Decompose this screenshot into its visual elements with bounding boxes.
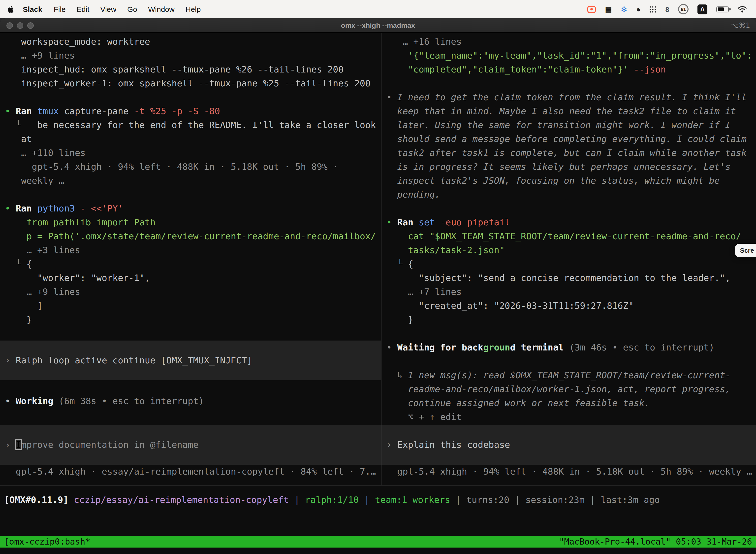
- battery-tip: [729, 8, 731, 10]
- app-menu-slack[interactable]: Slack: [23, 5, 42, 13]
- omx-status-pane: [OMX#0.11.9] cczip/essay/ai-reimplementa…: [0, 486, 756, 536]
- battery-ring-icon[interactable]: 61: [678, 4, 689, 14]
- grid-icon[interactable]: ▦: [605, 5, 612, 14]
- model-status-right: gpt-5.4 xhigh · 94% left · 488K in · 5.1…: [386, 465, 756, 479]
- terminal-line: ]: [5, 299, 376, 313]
- terminal-output-left: workspace_mode: worktree … +9 lines insp…: [0, 33, 381, 340]
- menu-item-view[interactable]: View: [100, 5, 116, 13]
- terminal-line: continue assigned work or next feasible …: [386, 396, 751, 410]
- terminal-line: • Ran python3 - <<'PY': [5, 202, 376, 215]
- terminal-line: • I need to get the claim token from the…: [386, 90, 751, 104]
- terminal-line: ⌥ + ↑ edit: [386, 410, 751, 424]
- battery-ring-percent: 61: [681, 7, 686, 12]
- ghost-icon[interactable]: 8: [665, 5, 669, 13]
- minimize-button[interactable]: [17, 22, 23, 29]
- terminal-line: pending.: [386, 188, 751, 202]
- terminal-line: [386, 354, 751, 368]
- apple-menu-icon[interactable]: [7, 5, 15, 13]
- close-button[interactable]: [6, 22, 13, 29]
- terminal-output-right: … +16 lines '{"team_name":"my-team","tas…: [381, 33, 756, 424]
- input-source-icon[interactable]: A: [697, 4, 707, 14]
- sparkle-icon[interactable]: ✻: [621, 5, 627, 14]
- battery-fill: [717, 7, 723, 11]
- menu-item-help[interactable]: Help: [186, 5, 201, 13]
- tmux-pane-right[interactable]: … +16 lines '{"team_name":"my-team","tas…: [381, 33, 756, 485]
- record-dot-icon: [590, 8, 593, 10]
- terminal-line: [386, 76, 751, 90]
- terminal-line: inspect task2's JSON, focusing on the st…: [386, 174, 751, 188]
- menubar-status-icons: ▦ ✻ ● 8 61 A: [587, 4, 749, 14]
- tmux-pane-left[interactable]: workspace_mode: worktree … +9 lines insp…: [0, 33, 381, 485]
- terminal-line: └ {: [5, 257, 376, 271]
- menu-item-edit[interactable]: Edit: [77, 5, 89, 13]
- terminal-line: [OMX#0.11.9] cczip/essay/ai-reimplementa…: [4, 493, 752, 507]
- traffic-lights: [6, 22, 34, 29]
- terminal-line: "created_at": "2026-03-31T11:59:27.816Z": [386, 299, 751, 313]
- terminal-line: '{"team_name":"my-team","task_id":"1","f…: [386, 49, 751, 63]
- terminal-line: should send a message before completing …: [386, 132, 751, 146]
- terminal-line: inspect_worker-1: omx sparkshell --tmux-…: [5, 76, 376, 90]
- terminal-line: gpt-5.4 xhigh · essay/ai-reimplementatio…: [5, 465, 381, 479]
- window-title: omx --xhigh --madmax: [341, 21, 415, 29]
- terminal-line: "subject": "send a concise recommendatio…: [386, 271, 751, 285]
- model-status-left: gpt-5.4 xhigh · essay/ai-reimplementatio…: [5, 465, 381, 479]
- terminal-line: › Improve documentation in @filename: [5, 438, 376, 452]
- screen: Slack FileEditViewGoWindowHelp ▦ ✻ ● 8 6…: [0, 0, 756, 554]
- screen-popover[interactable]: Scre: [735, 244, 756, 257]
- terminal-line: gpt-5.4 xhigh · 94% left · 488K in · 5.1…: [5, 160, 376, 174]
- terminal-line: … +16 lines: [386, 35, 751, 49]
- terminal-line: "completed","claim_token":"claim-token"}…: [386, 63, 751, 76]
- terminal-line: tasks/task-2.json": [386, 243, 751, 257]
- terminal-line: • Ran tmux capture-pane -t %25 -p -S -80: [5, 104, 376, 118]
- terminal-line: is in progress? It seems likely but perh…: [386, 160, 751, 174]
- terminal-line: › Explain this codebase: [386, 438, 751, 452]
- terminal-line: task2 after task1 is complete, but can I…: [386, 146, 751, 160]
- terminal-line: p = Path('.omx/state/team/review-current…: [5, 229, 376, 243]
- omx-status-line: [OMX#0.11.9] cczip/essay/ai-reimplementa…: [0, 486, 756, 507]
- terminal-line: workspace_mode: worktree: [5, 35, 376, 49]
- terminal-line: [5, 188, 376, 202]
- menu-item-go[interactable]: Go: [127, 5, 137, 13]
- tmux-status-bar: [omx-cczip0:bash* "MacBook-Pro-44.local"…: [0, 536, 756, 548]
- terminal-line: [5, 380, 376, 394]
- terminal-output-left-bottom: • Working (6m 38s • esc to interrupt): [0, 380, 381, 408]
- screen-record-icon[interactable]: [587, 6, 596, 13]
- terminal-line: … +7 lines: [386, 285, 751, 299]
- inject-banner: › Ralph loop active continue [OMX_TMUX_I…: [0, 340, 381, 380]
- terminal-window: omx --xhigh --madmax ⌥⌘1 workspace_mode:…: [0, 18, 756, 554]
- circle-icon[interactable]: ●: [636, 5, 640, 13]
- terminal-line: }: [5, 313, 376, 327]
- tmux-host-clock: "MacBook-Pro-44.local" 05:03 31-Mar-26: [559, 536, 752, 548]
- menu-item-file[interactable]: File: [54, 5, 65, 13]
- terminal-line: readme-and-reco/mailbox/worker-1.json, a…: [386, 382, 751, 396]
- terminal-line: [5, 327, 376, 340]
- terminal-line: • Working (6m 38s • esc to interrupt): [5, 394, 376, 408]
- prompt-input-right[interactable]: › Explain this codebase: [381, 425, 756, 465]
- terminal-line: [386, 327, 751, 340]
- menu-item-window[interactable]: Window: [148, 5, 175, 13]
- terminal-line: [5, 90, 376, 104]
- dots-grid-icon[interactable]: [649, 6, 656, 13]
- terminal-line: }: [386, 313, 751, 327]
- tab-shortcut-badge: ⌥⌘1: [731, 21, 750, 29]
- terminal-line: … +110 lines: [5, 146, 376, 160]
- terminal-line: at: [5, 132, 376, 146]
- terminal-line: "worker": "worker-1",: [5, 271, 376, 285]
- tmux-session-label: [omx-cczip0:bash*: [4, 536, 90, 548]
- terminal-line: … +3 lines: [5, 243, 376, 257]
- terminal-line: › Ralph loop active continue [OMX_TMUX_I…: [5, 353, 376, 367]
- terminal-line: inspect_hud: omx sparkshell --tmux-pane …: [5, 63, 376, 76]
- window-titlebar[interactable]: omx --xhigh --madmax ⌥⌘1: [0, 18, 756, 33]
- macos-menu-bar: Slack FileEditViewGoWindowHelp ▦ ✻ ● 8 6…: [0, 0, 756, 18]
- menu-items: FileEditViewGoWindowHelp: [48, 5, 206, 13]
- terminal-line: later. Using the same for transition mig…: [386, 118, 751, 132]
- terminal-line: cat "$OMX_TEAM_STATE_ROOT/team/review-cu…: [386, 229, 751, 243]
- zoom-button[interactable]: [27, 22, 34, 29]
- battery-icon[interactable]: [716, 6, 729, 12]
- terminal-line: weekly …: [5, 174, 376, 188]
- prompt-input-left[interactable]: › Improve documentation in @filename: [0, 425, 381, 465]
- terminal-line: └ be necessary for the end of the README…: [5, 118, 376, 132]
- wifi-icon[interactable]: [738, 5, 747, 13]
- terminal-line: … +9 lines: [5, 49, 376, 63]
- terminal-line: … +9 lines: [5, 285, 376, 299]
